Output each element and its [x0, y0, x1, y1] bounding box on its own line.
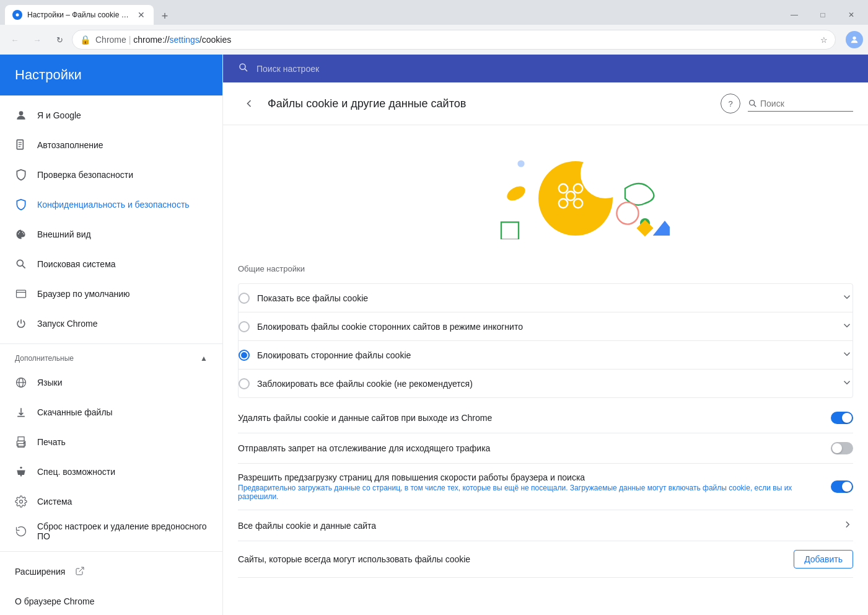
toggle-do-not-track[interactable]: Отправлять запрет на отслеживание для ис… — [238, 433, 853, 464]
chevron-down-icon — [841, 291, 853, 304]
toggle-text: Разрешить предзагрузку страниц для повыш… — [238, 472, 823, 501]
svg-point-35 — [504, 184, 527, 204]
radio-block-third-incognito[interactable]: Блокировать файлы cookie сторонних сайто… — [239, 312, 853, 341]
sidebar-item-default-browser[interactable]: Браузер по умолчанию — [0, 279, 222, 309]
forward-button[interactable]: → — [27, 30, 47, 50]
sidebar-item-me-google[interactable]: Я и Google — [0, 100, 222, 130]
window-controls: — □ ✕ — [780, 5, 866, 25]
search-icon — [15, 258, 27, 270]
advanced-label: Дополнительные — [15, 354, 74, 363]
svg-point-18 — [24, 442, 25, 443]
sidebar-label: Я и Google — [37, 110, 81, 120]
toggle-preload[interactable]: Разрешить предзагрузку страниц для повыш… — [238, 464, 853, 510]
shield-icon — [15, 169, 27, 181]
settings-search-bar — [223, 55, 868, 82]
bookmark-button[interactable]: ☆ — [820, 35, 828, 45]
sidebar-item-autofill[interactable]: Автозаполнение — [0, 130, 222, 160]
toggle-label: Удалять файлы cookie и данные сайтов при… — [238, 413, 823, 423]
svg-line-25 — [754, 104, 756, 107]
profile-button[interactable] — [846, 31, 863, 48]
svg-point-26 — [517, 160, 524, 167]
browser-icon — [15, 288, 27, 300]
radio-label: Блокировать сторонние файлы cookie — [257, 350, 834, 360]
sidebar-label: Запуск Chrome — [37, 319, 97, 329]
always-allow-sites-row: Сайты, которые всегда могут использовать… — [238, 541, 853, 578]
toggle-label: Разрешить предзагрузку страниц для повыш… — [238, 472, 823, 482]
reload-button[interactable]: ↻ — [50, 30, 69, 50]
sidebar-item-privacy[interactable]: Конфиденциальность и безопасность — [0, 190, 222, 219]
sidebar-label: Конфиденциальность и безопасность — [37, 200, 190, 210]
svg-rect-38 — [636, 219, 653, 236]
sidebar-label: Внешний вид — [37, 229, 91, 239]
svg-point-24 — [750, 100, 755, 105]
toggle-delete-on-exit[interactable]: Удалять файлы cookie и данные сайтов при… — [238, 403, 853, 433]
sidebar-item-accessibility[interactable]: Спец. возможности — [0, 457, 222, 487]
address-bar[interactable]: 🔒 Chrome | chrome://settings/cookies ☆ — [72, 30, 836, 50]
svg-point-29 — [581, 149, 630, 198]
sidebar-item-about[interactable]: О браузере Chrome — [0, 586, 222, 615]
toggle-label: Отправлять запрет на отслеживание для ис… — [238, 443, 823, 453]
tab-title: Настройки – Файлы cookie и др... — [27, 11, 131, 19]
page-header: Файлы cookie и другие данные сайтов ? — [223, 82, 868, 125]
toggle-sublabel: Предварительно загружать данные со стран… — [238, 484, 823, 501]
sidebar-item-languages[interactable]: Языки — [0, 368, 222, 397]
sidebar-label: Языки — [37, 378, 63, 387]
new-tab-button[interactable]: + — [156, 7, 173, 25]
page-search-input[interactable] — [760, 99, 853, 108]
maximize-button[interactable]: □ — [809, 5, 837, 25]
extensions-label: Расширения — [15, 567, 65, 577]
chevron-down-icon — [841, 348, 853, 361]
lock-icon: 🔒 — [80, 35, 90, 45]
help-button[interactable]: ? — [721, 94, 740, 113]
person-icon — [15, 109, 27, 122]
svg-point-22 — [240, 64, 245, 69]
svg-rect-40 — [501, 222, 519, 239]
nav-all-cookies[interactable]: Все файлы cookie и данные сайта — [238, 510, 853, 541]
content-area: Файлы cookie и другие данные сайтов ? — [223, 82, 868, 615]
sidebar-item-print[interactable]: Печать — [0, 427, 222, 457]
svg-line-23 — [245, 69, 247, 71]
sidebar-label: Спец. возможности — [37, 467, 115, 477]
sidebar-label: Сброс настроек и удаление вредоносного П… — [37, 521, 208, 541]
radio-block-third[interactable]: Блокировать сторонние файлы cookie — [239, 341, 853, 369]
sidebar-item-startup[interactable]: Запуск Chrome — [0, 309, 222, 338]
url-base: chrome:// — [133, 35, 169, 45]
tab-close-button[interactable]: ✕ — [136, 10, 146, 20]
toggle-switch-preload[interactable] — [831, 480, 853, 493]
cookie-svg — [422, 140, 670, 239]
page-search-icon — [748, 99, 758, 108]
sidebar: Настройки Я и Google Автозаполнение — [0, 55, 223, 615]
close-button[interactable]: ✕ — [837, 5, 866, 25]
shield-blue-icon — [15, 198, 27, 211]
chevron-right-icon — [842, 519, 853, 532]
minimize-button[interactable]: — — [780, 5, 809, 25]
collapse-icon[interactable]: ▲ — [200, 354, 208, 363]
sidebar-item-appearance[interactable]: Внешний вид — [0, 219, 222, 249]
browser-window: Настройки – Файлы cookie и др... ✕ + — □… — [0, 0, 868, 615]
sidebar-item-system[interactable]: Система — [0, 487, 222, 516]
radio-show-all[interactable]: Показать все файлы cookie — [239, 284, 853, 312]
sidebar-divider-2 — [0, 551, 222, 552]
toggle-switch-delete-on-exit[interactable] — [831, 412, 853, 424]
sidebar-item-downloads[interactable]: Скачанные файлы — [0, 397, 222, 427]
sidebar-label: Проверка безопасности — [37, 170, 133, 180]
sidebar-item-security[interactable]: Проверка безопасности — [0, 160, 222, 190]
sites-always-label: Сайты, которые всегда могут использовать… — [238, 554, 786, 564]
radio-block-all[interactable]: Заблокировать все файлы cookie (не реком… — [239, 369, 853, 397]
settings-icon — [15, 495, 27, 508]
radio-circle — [239, 293, 250, 304]
globe-icon — [15, 376, 27, 389]
sidebar-item-search[interactable]: Поисковая система — [0, 249, 222, 279]
add-site-button[interactable]: Добавить — [794, 550, 853, 569]
toggle-switch-do-not-track[interactable] — [831, 442, 853, 454]
sidebar-item-reset[interactable]: Сброс настроек и удаление вредоносного П… — [0, 516, 222, 546]
sidebar-label: Печать — [37, 437, 66, 447]
back-button[interactable]: ← — [5, 30, 25, 50]
sidebar-item-extensions[interactable]: Расширения — [0, 557, 222, 586]
sidebar-label: Скачанные файлы — [37, 407, 113, 417]
svg-rect-9 — [17, 290, 26, 298]
settings-search-input[interactable] — [256, 64, 853, 74]
description-icon — [15, 139, 27, 151]
active-tab[interactable]: Настройки – Файлы cookie и др... ✕ — [5, 5, 154, 25]
back-navigation-button[interactable] — [238, 92, 260, 115]
